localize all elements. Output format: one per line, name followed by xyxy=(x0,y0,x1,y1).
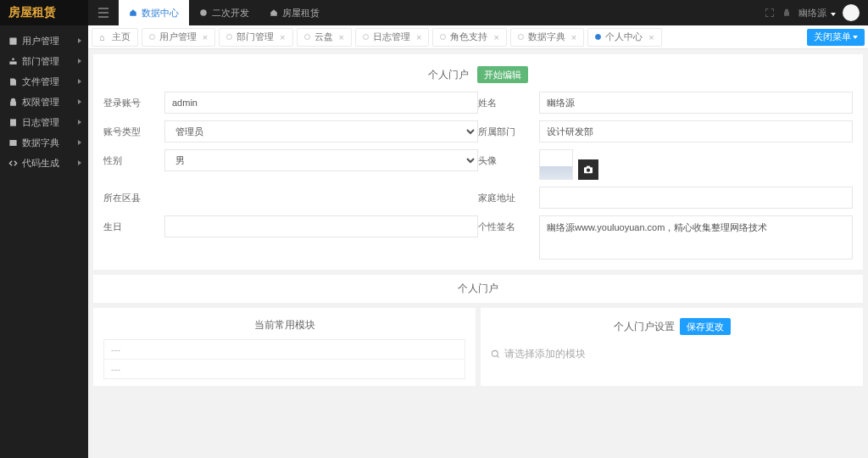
label-acctype: 账号类型 xyxy=(103,120,164,138)
common-modules-title: 当前常用模块 xyxy=(103,315,465,339)
chevron-right-icon xyxy=(78,79,81,84)
svg-point-9 xyxy=(492,350,498,356)
tab-dict[interactable]: 数据字典× xyxy=(510,28,584,47)
portal-settings-title: 个人门户设置 xyxy=(614,320,675,334)
header-username[interactable]: 幽络源 xyxy=(798,7,836,20)
svg-rect-4 xyxy=(9,140,16,146)
sidebar: 房屋租赁 用户管理 部门管理 文件管理 权限管理 日志管理 数据字典 代码生成 xyxy=(0,0,88,458)
house-icon xyxy=(270,8,278,17)
label-avatar: 头像 xyxy=(478,149,539,167)
users-icon xyxy=(8,36,18,46)
common-modules-panel: 当前常用模块 --- --- xyxy=(93,308,476,386)
svg-point-1 xyxy=(12,58,14,60)
addr-input[interactable] xyxy=(539,187,853,209)
svg-point-5 xyxy=(200,9,207,16)
search-icon xyxy=(491,349,500,359)
tab-log[interactable]: 日志管理× xyxy=(355,28,429,47)
close-icon[interactable]: × xyxy=(571,32,576,42)
menu-toggle-button[interactable] xyxy=(88,0,119,25)
search-placeholder: 请选择添加的模块 xyxy=(504,347,586,361)
lock-icon[interactable] xyxy=(782,8,792,18)
content: 个人门户 开始编辑 登录账号 姓名 账号类型管理员 所属部门 性别男 头像 所在… xyxy=(88,49,868,458)
label-account: 登录账号 xyxy=(103,92,164,109)
chevron-right-icon xyxy=(78,160,81,165)
sidebar-item-dept[interactable]: 部门管理 xyxy=(0,51,88,71)
birthday-input[interactable] xyxy=(164,215,478,237)
list-item[interactable]: --- xyxy=(104,360,465,378)
tabbar: 主页 用户管理× 部门管理× 云盘× 日志管理× 角色支持× 数据字典× 个人中… xyxy=(88,25,868,49)
svg-rect-0 xyxy=(9,37,16,44)
brand-logo: 房屋租赁 xyxy=(0,0,88,25)
nav-tab-rental[interactable]: 房屋租赁 xyxy=(259,0,330,25)
module-search[interactable]: 请选择添加的模块 xyxy=(491,342,853,366)
home-icon xyxy=(129,8,137,17)
svg-rect-2 xyxy=(9,61,16,64)
close-menu-button[interactable]: 关闭菜单 xyxy=(807,29,865,46)
tab-home[interactable]: 主页 xyxy=(92,28,138,47)
label-district: 所在区县 xyxy=(103,187,164,204)
upload-avatar-button[interactable] xyxy=(578,159,598,180)
gender-select[interactable]: 男 xyxy=(164,149,478,171)
sidebar-item-users[interactable]: 用户管理 xyxy=(0,31,88,51)
portal-settings-panel: 个人门户设置 保存更改 请选择添加的模块 xyxy=(481,308,863,386)
chevron-right-icon xyxy=(78,99,81,104)
close-icon[interactable]: × xyxy=(339,32,344,42)
nav-tab-dev[interactable]: 二次开发 xyxy=(189,0,259,25)
portal-strip: 个人门户 xyxy=(93,275,863,303)
tab-users[interactable]: 用户管理× xyxy=(142,28,215,47)
avatar-preview xyxy=(539,149,573,180)
close-icon[interactable]: × xyxy=(416,32,421,42)
sign-textarea[interactable]: 幽络源www.youluoyuan.com，精心收集整理网络技术 xyxy=(539,215,853,260)
dict-icon xyxy=(8,138,18,148)
list-item[interactable]: --- xyxy=(104,340,465,360)
log-icon xyxy=(8,118,18,127)
gear-icon xyxy=(199,8,208,17)
sidebar-menu: 用户管理 部门管理 文件管理 权限管理 日志管理 数据字典 代码生成 xyxy=(0,25,88,458)
sidebar-item-codegen[interactable]: 代码生成 xyxy=(0,153,88,173)
label-gender: 性别 xyxy=(103,149,164,167)
chevron-right-icon xyxy=(78,120,81,125)
close-icon[interactable]: × xyxy=(203,32,208,42)
tab-role[interactable]: 角色支持× xyxy=(432,28,506,47)
svg-rect-3 xyxy=(10,119,16,126)
tab-cloud[interactable]: 云盘× xyxy=(297,28,352,47)
sidebar-item-dict[interactable]: 数据字典 xyxy=(0,132,88,153)
close-icon[interactable]: × xyxy=(648,32,654,42)
sidebar-item-log[interactable]: 日志管理 xyxy=(0,112,88,132)
svg-rect-8 xyxy=(587,166,590,168)
nav-tab-datacenter[interactable]: 数据中心 xyxy=(119,0,189,25)
save-button[interactable]: 保存更改 xyxy=(680,318,731,335)
close-icon[interactable]: × xyxy=(280,32,285,42)
dept-icon xyxy=(8,57,18,66)
avatar[interactable] xyxy=(843,4,860,21)
svg-point-7 xyxy=(587,169,590,172)
chevron-right-icon xyxy=(78,59,81,64)
label-dept: 所属部门 xyxy=(478,120,539,138)
chevron-right-icon xyxy=(78,140,81,145)
chevron-down-icon xyxy=(831,13,836,16)
tab-profile[interactable]: 个人中心× xyxy=(587,28,661,47)
tab-dept[interactable]: 部门管理× xyxy=(219,28,292,47)
sidebar-item-auth[interactable]: 权限管理 xyxy=(0,92,88,112)
acctype-select[interactable]: 管理员 xyxy=(164,120,478,142)
profile-title: 个人门户 xyxy=(428,68,469,82)
lock-icon xyxy=(8,98,18,107)
file-icon xyxy=(8,77,18,87)
label-addr: 家庭地址 xyxy=(478,187,539,204)
chevron-down-icon xyxy=(853,36,858,39)
chevron-right-icon xyxy=(78,38,81,43)
code-icon xyxy=(8,159,18,168)
label-birthday: 生日 xyxy=(103,215,164,233)
fullscreen-icon[interactable] xyxy=(765,8,775,18)
sidebar-item-file[interactable]: 文件管理 xyxy=(0,71,88,92)
label-name: 姓名 xyxy=(478,92,539,109)
profile-panel: 个人门户 开始编辑 登录账号 姓名 账号类型管理员 所属部门 性别男 头像 所在… xyxy=(93,54,863,270)
label-sign: 个性签名 xyxy=(478,215,539,233)
close-icon[interactable]: × xyxy=(493,32,498,42)
account-input[interactable] xyxy=(164,92,478,114)
dept-input[interactable] xyxy=(539,120,853,142)
edit-button[interactable]: 开始编辑 xyxy=(477,66,528,83)
name-input[interactable] xyxy=(539,92,853,114)
topbar: 数据中心 二次开发 房屋租赁 幽络源 xyxy=(88,0,868,25)
